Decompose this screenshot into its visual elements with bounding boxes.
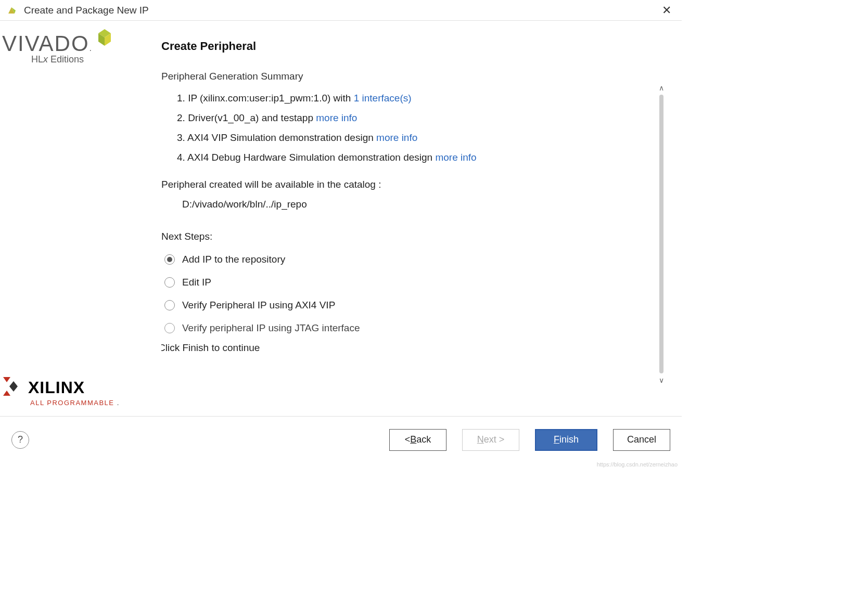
titlebar: Create and Package New IP ✕: [0, 0, 682, 21]
xilinx-tagline: ALL PROGRAMMABLE .: [3, 399, 130, 407]
scroll-content: Peripheral Generation Summary 1. IP (xil…: [161, 71, 671, 372]
next-button: Next >: [462, 429, 519, 451]
vertical-scrollbar[interactable]: ∧ ∨: [657, 83, 666, 385]
radio-icon[interactable]: [164, 277, 175, 288]
radio-icon[interactable]: [164, 300, 175, 310]
summary-item: 3. AXI4 VIP Simulation demonstration des…: [177, 132, 671, 144]
help-button[interactable]: ?: [11, 431, 29, 449]
watermark: https://blog.csdn.net/zerneizhao: [597, 461, 678, 468]
xilinx-logo: XILINX ALL PROGRAMMABLE .: [0, 377, 130, 410]
radio-edit-ip[interactable]: Edit IP: [164, 277, 671, 288]
page-title: Create Peripheral: [161, 40, 671, 53]
scroll-down-icon[interactable]: ∨: [658, 375, 665, 385]
footer: ? < Back Next > Finish Cancel: [0, 416, 682, 463]
interface-link[interactable]: 1 interface(s): [354, 93, 412, 103]
svg-marker-7: [9, 381, 18, 392]
radio-label: Verify Peripheral IP using AXI4 VIP: [182, 300, 335, 311]
vivado-logo: VIVADO. HLx Editions: [0, 31, 130, 65]
main-content: Create Peripheral Peripheral Generation …: [130, 21, 682, 416]
radio-icon[interactable]: [164, 254, 175, 265]
svg-marker-6: [3, 391, 10, 396]
radio-verify-axi4[interactable]: Verify Peripheral IP using AXI4 VIP: [164, 300, 671, 311]
catalog-path: D:/vivado/work/bln/../ip_repo: [182, 199, 671, 210]
vivado-leaf-icon: [93, 28, 116, 53]
radio-add-ip[interactable]: Add IP to the repository: [164, 254, 671, 265]
catalog-label: Peripheral created will be available in …: [161, 179, 671, 190]
app-icon: [6, 5, 17, 16]
summary-item: 4. AXI4 Debug Hardware Simulation demons…: [177, 152, 671, 163]
more-info-link[interactable]: more info: [316, 112, 357, 123]
summary-heading: Peripheral Generation Summary: [161, 71, 671, 82]
scroll-up-icon[interactable]: ∧: [658, 83, 665, 93]
cancel-button[interactable]: Cancel: [613, 429, 670, 451]
svg-marker-5: [3, 377, 10, 382]
summary-item: 2. Driver(v1_00_a) and testapp more info: [177, 112, 671, 124]
back-button[interactable]: < Back: [389, 429, 446, 451]
radio-label: Verify peripheral IP using JTAG interfac…: [182, 322, 360, 334]
window-title: Create and Package New IP: [24, 5, 149, 16]
body-area: VIVADO. HLx Editions: [0, 21, 682, 416]
radio-label: Edit IP: [182, 277, 211, 288]
next-steps-heading: Next Steps:: [161, 231, 671, 242]
radio-icon[interactable]: [164, 323, 175, 333]
finish-button[interactable]: Finish: [535, 429, 597, 451]
more-info-link[interactable]: more info: [376, 132, 417, 143]
xilinx-wordmark: XILINX: [28, 378, 85, 397]
close-icon[interactable]: ✕: [658, 2, 675, 19]
radio-label: Add IP to the repository: [182, 254, 285, 265]
xilinx-mark-icon: [3, 377, 23, 398]
scroll-track[interactable]: [659, 95, 663, 373]
sidebar: VIVADO. HLx Editions: [0, 21, 130, 416]
vivado-wordmark: VIVADO: [2, 31, 90, 56]
more-info-link[interactable]: more info: [435, 152, 476, 163]
finish-note: Click Finish to continue: [161, 342, 671, 354]
radio-verify-jtag[interactable]: Verify peripheral IP using JTAG interfac…: [164, 322, 671, 334]
summary-list: 1. IP (xilinx.com:user:ip1_pwm:1.0) with…: [177, 93, 671, 163]
next-steps-radios: Add IP to the repository Edit IP Verify …: [164, 254, 671, 334]
summary-item: 1. IP (xilinx.com:user:ip1_pwm:1.0) with…: [177, 93, 671, 104]
